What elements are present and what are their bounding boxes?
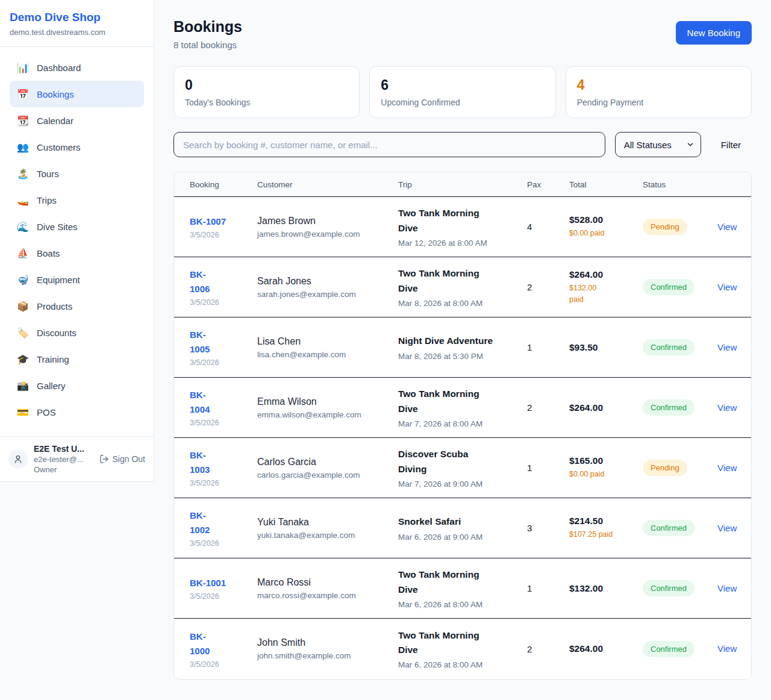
total-cell: $528.00 $0.00 paid xyxy=(569,214,643,239)
view-link[interactable]: View xyxy=(717,583,737,593)
sidebar-item-products[interactable]: 📦 Products xyxy=(10,293,144,319)
total-cell: $93.50 xyxy=(569,342,643,353)
status-cell: Confirmed xyxy=(643,641,717,657)
booking-date: 3/5/2026 xyxy=(190,358,257,367)
discounts-icon: 🏷️ xyxy=(17,327,29,339)
view-link[interactable]: View xyxy=(717,282,737,292)
col-customer: Customer xyxy=(257,180,398,189)
customer-email: yuki.tanaka@example.com xyxy=(257,531,398,540)
sidebar-item-discounts[interactable]: 🏷️ Discounts xyxy=(10,319,144,346)
view-link[interactable]: View xyxy=(717,523,737,533)
sidebar-header: Demo Dive Shop demo.test.divestreams.com xyxy=(0,0,154,47)
trip-name: Night Dive Adventure xyxy=(398,334,513,348)
booking-date: 3/5/2026 xyxy=(190,592,257,601)
total-amount: $528.00 xyxy=(569,214,643,225)
view-link[interactable]: View xyxy=(717,222,737,232)
nav-item-label: Gallery xyxy=(37,381,66,391)
table-body: BK-1007 3/5/2026 James Brown james.brown… xyxy=(174,197,751,679)
search-input[interactable] xyxy=(173,132,605,157)
stat-label: Today's Bookings xyxy=(185,98,348,107)
pax-count: 2 xyxy=(527,282,569,292)
sign-out-button[interactable]: Sign Out xyxy=(99,454,145,464)
booking-cell: BK- 1000 3/5/2026 xyxy=(190,630,257,669)
trip-datetime: Mar 7, 2026 at 9:00 AM xyxy=(398,480,527,489)
table-row: BK- 1006 3/5/2026 Sarah Jones sarah.jone… xyxy=(174,257,751,317)
actions-cell: View xyxy=(717,402,737,413)
view-link[interactable]: View xyxy=(717,402,737,413)
pax-count: 3 xyxy=(527,523,569,533)
trip-name: Two Tank Morning Dive xyxy=(398,387,513,416)
sidebar-item-equipment[interactable]: 🤿 Equipment xyxy=(10,266,144,293)
status-cell: Confirmed xyxy=(643,580,717,596)
table-header: Booking Customer Trip Pax Total Status xyxy=(174,172,751,197)
sidebar-item-training[interactable]: 🎓 Training xyxy=(10,346,144,372)
customer-name: Sarah Jones xyxy=(257,276,398,287)
status-badge: Confirmed xyxy=(643,580,695,596)
customer-cell: John Smith john.smith@example.com xyxy=(257,637,398,660)
paid-amount: $132.00 paid xyxy=(569,283,617,305)
shop-domain: demo.test.divestreams.com xyxy=(10,28,144,37)
total-amount: $264.00 xyxy=(569,643,643,654)
trip-datetime: Mar 8, 2026 at 5:30 PM xyxy=(398,352,527,361)
filter-label: Filter xyxy=(721,140,741,150)
sidebar-item-tours[interactable]: 🏝️ Tours xyxy=(10,160,144,187)
sidebar-item-dive-sites[interactable]: 🌊 Dive Sites xyxy=(10,213,144,240)
tours-icon: 🏝️ xyxy=(17,168,29,180)
actions-cell: View xyxy=(717,282,737,293)
status-badge: Confirmed xyxy=(643,520,695,536)
sidebar-item-gallery[interactable]: 📸 Gallery xyxy=(10,372,144,399)
trip-cell: Two Tank Morning Dive Mar 6, 2026 at 8:0… xyxy=(398,567,527,608)
trip-name: Two Tank Morning Dive xyxy=(398,266,513,295)
booking-id-link[interactable]: BK- 1003 xyxy=(190,448,210,477)
booking-id-link[interactable]: BK- 1006 xyxy=(190,267,210,296)
sidebar-item-dashboard[interactable]: 📊 Dashboard xyxy=(10,54,144,81)
training-icon: 🎓 xyxy=(17,354,29,365)
user-icon xyxy=(13,454,23,464)
stat-value: 0 xyxy=(185,77,348,93)
view-link[interactable]: View xyxy=(717,643,737,654)
status-filter-select[interactable]: All Statuses xyxy=(615,132,701,157)
booking-id-link[interactable]: BK- 1005 xyxy=(190,328,210,357)
total-amount: $93.50 xyxy=(569,342,643,353)
booking-id-link[interactable]: BK-1001 xyxy=(190,576,226,590)
trip-datetime: Mar 6, 2026 at 8:00 AM xyxy=(398,600,527,609)
pax-count: 1 xyxy=(527,342,569,352)
paid-amount: $107.25 paid xyxy=(569,529,617,540)
total-amount: $214.50 xyxy=(569,516,643,527)
paid-amount: $0.00 paid xyxy=(569,469,617,480)
trip-cell: Two Tank Morning Dive Mar 8, 2026 at 8:0… xyxy=(398,266,527,307)
table-row: BK- 1000 3/5/2026 John Smith john.smith@… xyxy=(174,619,751,679)
equipment-icon: 🤿 xyxy=(17,274,29,286)
trip-datetime: Mar 7, 2026 at 8:00 AM xyxy=(398,419,527,428)
nav-item-label: Trips xyxy=(37,195,57,205)
trip-name: Two Tank Morning Dive xyxy=(398,206,513,235)
view-link[interactable]: View xyxy=(717,342,737,352)
sidebar-item-trips[interactable]: 🚤 Trips xyxy=(10,187,144,213)
sidebar-item-bookings[interactable]: 📅 Bookings xyxy=(10,81,144,107)
dive-sites-icon: 🌊 xyxy=(17,221,29,233)
booking-cell: BK- 1005 3/5/2026 xyxy=(190,328,257,367)
new-booking-button[interactable]: New Booking xyxy=(676,21,752,45)
actions-cell: View xyxy=(717,222,737,233)
sidebar-item-pos[interactable]: 💳 POS xyxy=(10,399,144,425)
status-badge: Confirmed xyxy=(643,641,695,657)
col-pax: Pax xyxy=(527,180,569,189)
booking-id-link[interactable]: BK- 1000 xyxy=(190,630,210,658)
sidebar-item-customers[interactable]: 👥 Customers xyxy=(10,134,144,160)
view-link[interactable]: View xyxy=(717,463,737,473)
booking-id-link[interactable]: BK- 1002 xyxy=(190,508,210,537)
nav-item-label: POS xyxy=(37,407,56,417)
customer-cell: Yuki Tanaka yuki.tanaka@example.com xyxy=(257,517,398,540)
stat-card: 4 Pending Payment xyxy=(566,66,752,118)
page-subtitle: 8 total bookings xyxy=(173,40,242,50)
customer-cell: Marco Rossi marco.rossi@example.com xyxy=(257,577,398,600)
booking-id-link[interactable]: BK-1007 xyxy=(190,214,226,229)
total-cell: $264.00 xyxy=(569,643,643,654)
sidebar-item-boats[interactable]: ⛵ Boats xyxy=(10,240,144,266)
booking-id-link[interactable]: BK- 1004 xyxy=(190,388,210,417)
total-amount: $132.00 xyxy=(569,583,643,594)
pax-count: 2 xyxy=(527,402,569,413)
sidebar-item-calendar[interactable]: 📆 Calendar xyxy=(10,107,144,134)
nav-item-label: Equipment xyxy=(37,275,80,285)
pax-count: 2 xyxy=(527,644,569,654)
